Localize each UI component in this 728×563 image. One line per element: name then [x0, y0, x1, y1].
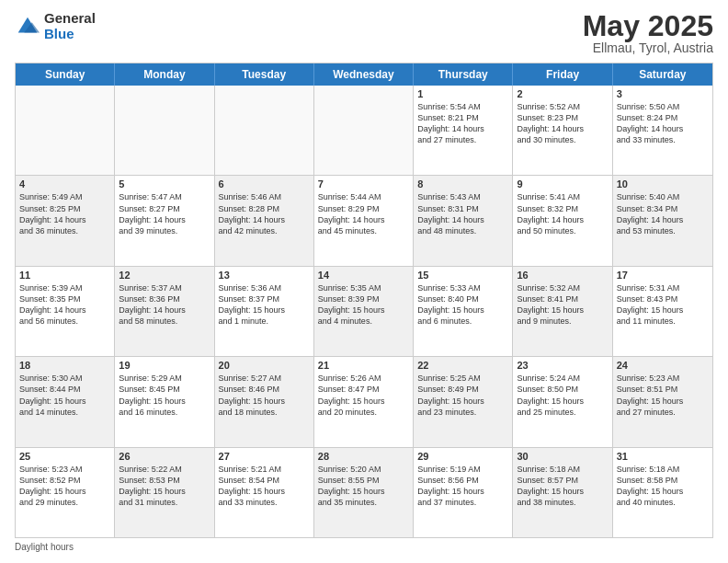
day-number: 15	[417, 270, 508, 281]
cell-text-line: Sunset: 8:53 PM	[119, 475, 210, 486]
cell-text-line: Daylight: 14 hours	[617, 214, 709, 225]
day-number: 19	[119, 360, 210, 371]
cell-text-line: Sunrise: 5:39 AM	[19, 282, 110, 293]
cal-cell-26: 26Sunrise: 5:22 AMSunset: 8:53 PMDayligh…	[115, 448, 214, 537]
title-block: May 2025 Ellmau, Tyrol, Austria	[583, 11, 713, 55]
cell-text-line: Daylight: 15 hours	[617, 396, 709, 407]
day-number: 2	[517, 88, 608, 99]
cal-cell-1: 1Sunrise: 5:54 AMSunset: 8:21 PMDaylight…	[414, 86, 513, 175]
cell-text-line: and 39 minutes.	[119, 225, 210, 236]
cal-cell-7: 7Sunrise: 5:44 AMSunset: 8:29 PMDaylight…	[314, 176, 414, 265]
cell-text-line: and 45 minutes.	[318, 225, 409, 236]
day-number: 28	[318, 451, 409, 462]
cell-text-line: and 42 minutes.	[219, 225, 310, 236]
cell-text-line: Sunrise: 5:18 AM	[617, 464, 709, 475]
cal-cell-6: 6Sunrise: 5:46 AMSunset: 8:28 PMDaylight…	[215, 176, 314, 265]
cell-text-line: Sunrise: 5:44 AM	[318, 191, 409, 202]
cell-text-line: Sunset: 8:49 PM	[417, 384, 508, 395]
day-number: 12	[119, 270, 210, 281]
cell-text-line: Sunrise: 5:22 AM	[119, 464, 210, 475]
cal-cell-30: 30Sunrise: 5:18 AMSunset: 8:57 PMDayligh…	[513, 448, 612, 537]
cell-text-line: Sunrise: 5:23 AM	[617, 373, 709, 384]
cell-text-line: Daylight: 15 hours	[617, 304, 709, 316]
cell-text-line: and 35 minutes.	[318, 497, 409, 508]
cal-header-wednesday: Wednesday	[314, 63, 414, 86]
cell-text-line: and 50 minutes.	[517, 225, 608, 236]
cell-text-line: Daylight: 15 hours	[318, 396, 409, 407]
cell-text-line: Daylight: 15 hours	[318, 486, 409, 497]
logo-text: General Blue	[44, 11, 96, 41]
title-month: May 2025	[583, 11, 713, 40]
cell-text-line: and 20 minutes.	[318, 407, 409, 418]
day-number: 22	[417, 360, 508, 371]
calendar: SundayMondayTuesdayWednesdayThursdayFrid…	[15, 63, 713, 538]
cell-text-line: Sunset: 8:52 PM	[19, 475, 110, 486]
cell-text-line: Sunrise: 5:41 AM	[517, 191, 608, 202]
cell-text-line: Daylight: 15 hours	[219, 486, 310, 497]
cell-text-line: Sunset: 8:46 PM	[219, 384, 310, 395]
cell-text-line: Sunset: 8:47 PM	[318, 384, 409, 395]
cell-text-line: and 36 minutes.	[19, 225, 110, 236]
logo-blue: Blue	[44, 27, 96, 42]
cell-text-line: Sunset: 8:50 PM	[517, 384, 608, 395]
cal-cell-17: 17Sunrise: 5:31 AMSunset: 8:43 PMDayligh…	[613, 267, 712, 356]
day-number: 11	[19, 270, 110, 281]
cell-text-line: Sunset: 8:27 PM	[119, 203, 210, 214]
cell-text-line: Sunrise: 5:33 AM	[417, 282, 508, 293]
cal-cell-9: 9Sunrise: 5:41 AMSunset: 8:32 PMDaylight…	[513, 176, 612, 265]
cal-header-monday: Monday	[115, 63, 214, 86]
cell-text-line: Daylight: 15 hours	[517, 486, 608, 497]
day-number: 18	[19, 360, 110, 371]
cell-text-line: Sunrise: 5:19 AM	[417, 464, 508, 475]
cell-text-line: and 11 minutes.	[617, 316, 709, 327]
cell-text-line: and 31 minutes.	[119, 497, 210, 508]
cal-cell-5: 5Sunrise: 5:47 AMSunset: 8:27 PMDaylight…	[115, 176, 214, 265]
day-number: 29	[417, 451, 508, 462]
cell-text-line: Sunrise: 5:32 AM	[517, 282, 608, 293]
cell-text-line: Sunset: 8:32 PM	[517, 203, 608, 214]
cal-cell-21: 21Sunrise: 5:26 AMSunset: 8:47 PMDayligh…	[314, 357, 414, 446]
cell-text-line: Sunrise: 5:49 AM	[19, 191, 110, 202]
cell-text-line: and 30 minutes.	[517, 134, 608, 145]
day-number: 25	[19, 451, 110, 462]
cell-text-line: and 4 minutes.	[318, 316, 409, 327]
cal-header-sunday: Sunday	[16, 63, 115, 86]
day-number: 17	[617, 270, 709, 281]
cell-text-line: Sunset: 8:35 PM	[19, 293, 110, 304]
cell-text-line: Daylight: 15 hours	[417, 304, 508, 316]
cell-text-line: and 23 minutes.	[417, 407, 508, 418]
cal-cell-13: 13Sunrise: 5:36 AMSunset: 8:37 PMDayligh…	[215, 267, 314, 356]
day-number: 14	[318, 270, 409, 281]
cell-text-line: and 14 minutes.	[19, 407, 110, 418]
cell-text-line: Sunrise: 5:47 AM	[119, 191, 210, 202]
cal-cell-empty-3	[314, 86, 414, 175]
cal-header-saturday: Saturday	[613, 63, 712, 86]
cell-text-line: Daylight: 14 hours	[517, 214, 608, 225]
cell-text-line: Daylight: 15 hours	[617, 486, 709, 497]
cell-text-line: Sunrise: 5:20 AM	[318, 464, 409, 475]
cal-row-0: 1Sunrise: 5:54 AMSunset: 8:21 PMDaylight…	[16, 86, 712, 175]
cell-text-line: Sunset: 8:37 PM	[219, 293, 310, 304]
day-number: 4	[19, 178, 110, 190]
cal-cell-24: 24Sunrise: 5:23 AMSunset: 8:51 PMDayligh…	[613, 357, 712, 446]
cal-row-2: 11Sunrise: 5:39 AMSunset: 8:35 PMDayligh…	[16, 266, 712, 356]
cal-cell-19: 19Sunrise: 5:29 AMSunset: 8:45 PMDayligh…	[115, 357, 214, 446]
logo-general: General	[44, 11, 96, 27]
cell-text-line: Daylight: 14 hours	[417, 214, 508, 225]
cell-text-line: Sunset: 8:29 PM	[318, 203, 409, 214]
cal-cell-12: 12Sunrise: 5:37 AMSunset: 8:36 PMDayligh…	[115, 267, 214, 356]
cell-text-line: Sunrise: 5:36 AM	[219, 282, 310, 293]
cal-cell-11: 11Sunrise: 5:39 AMSunset: 8:35 PMDayligh…	[16, 267, 115, 356]
day-number: 16	[517, 270, 608, 281]
cell-text-line: Daylight: 15 hours	[517, 304, 608, 316]
cell-text-line: Sunrise: 5:29 AM	[119, 373, 210, 384]
calendar-body: 1Sunrise: 5:54 AMSunset: 8:21 PMDaylight…	[16, 86, 712, 537]
day-number: 1	[417, 88, 508, 99]
cal-cell-2: 2Sunrise: 5:52 AMSunset: 8:23 PMDaylight…	[513, 86, 612, 175]
cell-text-line: Sunset: 8:55 PM	[318, 475, 409, 486]
day-number: 6	[219, 178, 310, 190]
footer-note: Daylight hours	[15, 542, 713, 552]
cell-text-line: Sunrise: 5:21 AM	[219, 464, 310, 475]
cell-text-line: Sunrise: 5:35 AM	[318, 282, 409, 293]
cell-text-line: Sunrise: 5:27 AM	[219, 373, 310, 384]
